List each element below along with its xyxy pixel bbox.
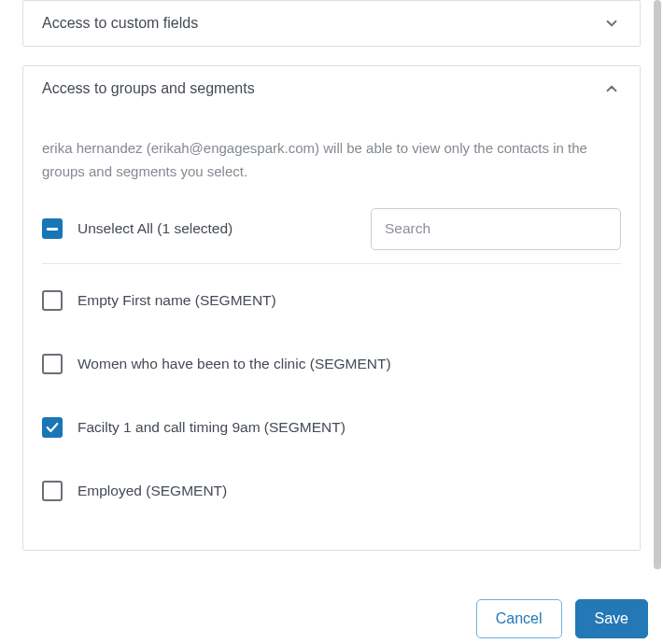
checkbox-item-2[interactable] — [42, 417, 63, 438]
item-label: Facilty 1 and call timing 9am (SEGMENT) — [78, 419, 346, 436]
unselect-all-label[interactable]: Unselect All (1 selected) — [78, 220, 233, 237]
search-input[interactable] — [371, 208, 621, 250]
list-item[interactable]: Empty First name (SEGMENT) — [42, 268, 621, 331]
list-item[interactable]: Women who have been to the clinic (SEGME… — [42, 331, 621, 395]
checkbox-item-3[interactable] — [42, 481, 63, 501]
item-label: Employed (SEGMENT) — [78, 483, 227, 499]
list-item[interactable]: Employed (SEGMENT) — [42, 458, 621, 522]
list-item[interactable]: Facilty 1 and call timing 9am (SEGMENT) — [42, 395, 621, 458]
checkbox-item-0[interactable] — [42, 290, 63, 311]
item-label: Women who have been to the clinic (SEGME… — [78, 356, 391, 372]
panel-groups-description: erika hernandez (erikah@engagespark.com)… — [42, 137, 621, 184]
footer-actions: Cancel Save — [476, 599, 648, 638]
checkbox-item-1[interactable] — [42, 354, 63, 374]
groups-toolbar: Unselect All (1 selected) — [42, 208, 621, 264]
panel-groups-header[interactable]: Access to groups and segments — [23, 66, 640, 111]
chevron-up-icon — [602, 79, 621, 98]
checkbox-unselect-all[interactable] — [42, 218, 63, 239]
cancel-button[interactable]: Cancel — [476, 599, 562, 638]
scrollbar-thumb[interactable] — [654, 0, 661, 569]
panel-custom-fields-header[interactable]: Access to custom fields — [23, 1, 640, 46]
scrollbar-track[interactable] — [654, 0, 661, 569]
panel-custom-fields: Access to custom fields — [22, 0, 641, 47]
save-button[interactable]: Save — [575, 599, 648, 638]
item-label: Empty First name (SEGMENT) — [78, 292, 276, 309]
panel-groups-title: Access to groups and segments — [42, 80, 255, 97]
panel-groups: Access to groups and segments erika hern… — [22, 65, 641, 551]
groups-toolbar-left: Unselect All (1 selected) — [42, 218, 233, 239]
indeterminate-icon — [47, 228, 58, 231]
panel-custom-fields-title: Access to custom fields — [42, 15, 198, 32]
panel-groups-body: erika hernandez (erikah@engagespark.com)… — [23, 137, 640, 550]
chevron-down-icon — [602, 14, 621, 33]
